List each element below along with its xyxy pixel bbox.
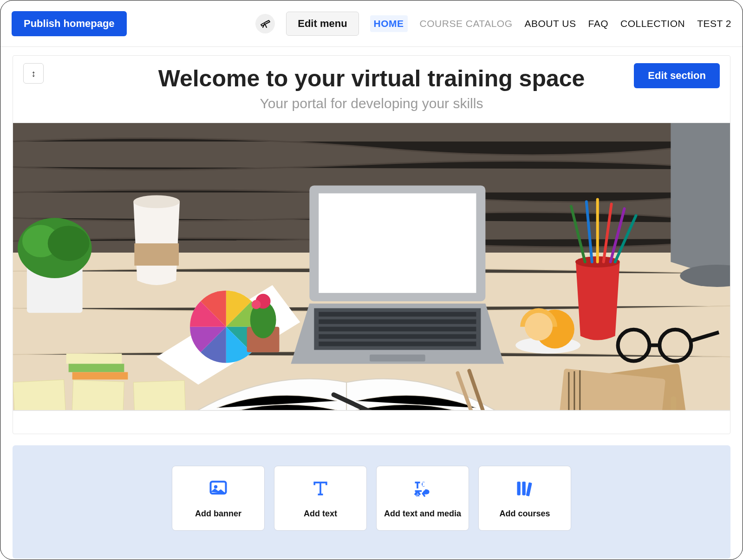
topbar-right-group: Edit menu HOME COURSE CATALOG ABOUT US F…: [255, 12, 731, 36]
add-text-card[interactable]: Add text: [274, 466, 367, 531]
hero-banner-image: [13, 123, 730, 410]
edit-section-label: Edit section: [648, 70, 706, 81]
add-text-and-media-card[interactable]: & Add text and media: [376, 466, 469, 531]
publish-homepage-button[interactable]: Publish homepage: [12, 11, 127, 36]
add-banner-label: Add banner: [195, 509, 241, 519]
nav-item-about-us[interactable]: ABOUT US: [525, 18, 576, 29]
svg-rect-22: [319, 342, 476, 346]
svg-point-5: [48, 226, 90, 261]
add-banner-card[interactable]: Add banner: [172, 466, 265, 531]
svg-rect-53: [69, 364, 124, 372]
main-nav: HOME COURSE CATALOG ABOUT US FAQ COLLECT…: [370, 15, 731, 32]
text-media-icon: &: [412, 478, 433, 501]
svg-rect-45: [671, 396, 676, 410]
svg-rect-23: [370, 355, 425, 362]
add-text-media-label: Add text and media: [384, 509, 461, 519]
svg-rect-15: [319, 193, 476, 293]
text-icon: [310, 478, 331, 501]
nav-item-test-2[interactable]: TEST 2: [697, 18, 731, 29]
svg-point-56: [214, 485, 217, 488]
svg-rect-6: [134, 243, 179, 266]
nav-item-faq[interactable]: FAQ: [588, 18, 608, 29]
svg-point-33: [525, 313, 553, 341]
svg-rect-19: [319, 319, 476, 324]
add-text-label: Add text: [304, 509, 337, 519]
topbar: Publish homepage Edit menu HOME COURSE C…: [0, 0, 743, 47]
svg-rect-58: [517, 482, 521, 495]
app-frame: Publish homepage Edit menu HOME COURSE C…: [0, 0, 743, 560]
svg-rect-18: [319, 312, 476, 317]
edit-menu-button[interactable]: Edit menu: [286, 12, 358, 36]
svg-rect-60: [526, 482, 532, 496]
edit-section-button[interactable]: Edit section: [634, 63, 720, 88]
svg-rect-49: [133, 381, 186, 410]
svg-rect-52: [66, 354, 122, 364]
add-section-panel: Add banner Add text &: [13, 445, 730, 559]
svg-point-13: [252, 300, 261, 309]
reorder-handle[interactable]: ↕: [23, 63, 44, 84]
nav-item-home[interactable]: HOME: [370, 15, 408, 32]
svg-point-7: [133, 195, 180, 208]
svg-rect-21: [319, 334, 476, 339]
telescope-icon[interactable]: [255, 14, 275, 33]
svg-rect-54: [72, 372, 128, 379]
section-footer-spacer: [13, 410, 730, 434]
svg-rect-20: [319, 327, 476, 332]
updown-arrow-icon: ↕: [31, 68, 36, 79]
svg-text:&: &: [415, 490, 419, 497]
add-courses-card[interactable]: Add courses: [478, 466, 571, 531]
edit-menu-label: Edit menu: [298, 18, 347, 29]
svg-rect-59: [522, 482, 526, 495]
hero-title: Welcome to your virtual training space: [13, 65, 730, 92]
nav-item-collection[interactable]: COLLECTION: [620, 18, 685, 29]
books-icon: [515, 478, 535, 501]
hero-subtitle: Your portal for developing your skills: [13, 96, 730, 111]
publish-label: Publish homepage: [24, 18, 115, 29]
add-courses-label: Add courses: [499, 509, 550, 519]
hero-section: ↕ Edit section Welcome to your virtual t…: [13, 55, 730, 434]
nav-item-course-catalog[interactable]: COURSE CATALOG: [420, 18, 513, 29]
svg-rect-48: [72, 380, 124, 410]
svg-rect-47: [13, 380, 66, 410]
page-content: ↕ Edit section Welcome to your virtual t…: [0, 47, 743, 559]
image-icon: [208, 478, 228, 501]
